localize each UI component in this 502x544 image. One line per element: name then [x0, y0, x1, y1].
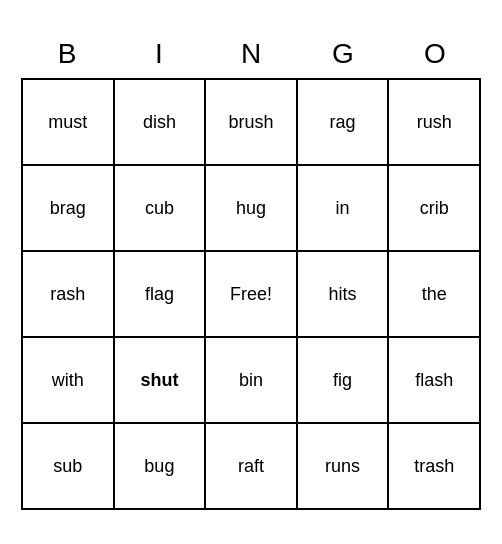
bingo-cell-1-1: cub: [115, 166, 207, 250]
bingo-grid: mustdishbrushragrushbragcubhugincribrash…: [21, 78, 481, 510]
bingo-cell-2-1: flag: [115, 252, 207, 336]
bingo-cell-4-1: bug: [115, 424, 207, 508]
bingo-cell-1-0: brag: [23, 166, 115, 250]
bingo-header: BINGO: [21, 34, 481, 74]
header-letter-n: N: [205, 34, 297, 74]
header-letter-o: O: [389, 34, 481, 74]
bingo-cell-0-2: brush: [206, 80, 298, 164]
bingo-cell-0-0: must: [23, 80, 115, 164]
bingo-cell-0-4: rush: [389, 80, 479, 164]
bingo-row-4: subbugraftrunstrash: [23, 424, 479, 508]
bingo-cell-0-3: rag: [298, 80, 390, 164]
bingo-cell-1-4: crib: [389, 166, 479, 250]
bingo-row-1: bragcubhugincrib: [23, 166, 479, 252]
bingo-cell-3-3: fig: [298, 338, 390, 422]
bingo-cell-4-3: runs: [298, 424, 390, 508]
bingo-row-0: mustdishbrushragrush: [23, 80, 479, 166]
bingo-row-2: rashflagFree!hitsthe: [23, 252, 479, 338]
bingo-cell-4-2: raft: [206, 424, 298, 508]
bingo-row-3: withshutbinfigflash: [23, 338, 479, 424]
bingo-cell-2-4: the: [389, 252, 479, 336]
bingo-card: BINGO mustdishbrushragrushbragcubhugincr…: [11, 24, 491, 520]
bingo-cell-0-1: dish: [115, 80, 207, 164]
bingo-cell-2-3: hits: [298, 252, 390, 336]
bingo-cell-1-2: hug: [206, 166, 298, 250]
bingo-cell-1-3: in: [298, 166, 390, 250]
header-letter-b: B: [21, 34, 113, 74]
header-letter-i: I: [113, 34, 205, 74]
header-letter-g: G: [297, 34, 389, 74]
bingo-cell-3-0: with: [23, 338, 115, 422]
bingo-cell-2-0: rash: [23, 252, 115, 336]
bingo-cell-3-1: shut: [115, 338, 207, 422]
bingo-cell-4-0: sub: [23, 424, 115, 508]
bingo-cell-2-2: Free!: [206, 252, 298, 336]
bingo-cell-3-4: flash: [389, 338, 479, 422]
bingo-cell-4-4: trash: [389, 424, 479, 508]
bingo-cell-3-2: bin: [206, 338, 298, 422]
